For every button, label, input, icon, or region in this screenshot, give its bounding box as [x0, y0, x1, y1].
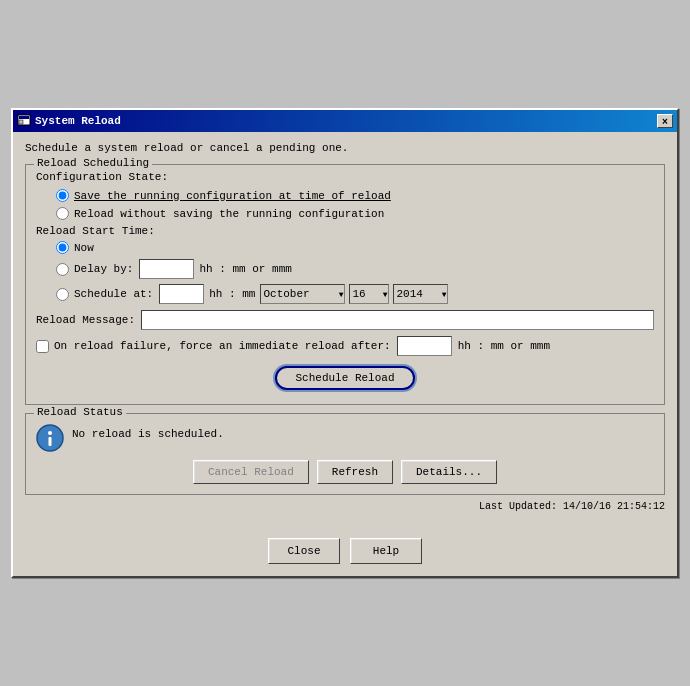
info-icon	[36, 424, 64, 452]
year-select-wrapper: 2014	[393, 284, 448, 304]
title-bar: System Reload ×	[13, 110, 677, 132]
close-button-bottom[interactable]: Close	[268, 538, 340, 564]
config-state-label: Configuration State:	[36, 171, 168, 183]
schedule-time-input[interactable]	[159, 284, 204, 304]
day-select-wrapper: 16	[349, 284, 389, 304]
reload-message-row: Reload Message:	[36, 310, 654, 330]
help-button[interactable]: Help	[350, 538, 422, 564]
status-text: No reload is scheduled.	[72, 424, 224, 440]
radio-now[interactable]	[56, 241, 69, 254]
subtitle-text: Schedule a system reload or cancel a pen…	[25, 142, 665, 154]
close-button[interactable]: ×	[657, 114, 673, 128]
cancel-reload-button[interactable]: Cancel Reload	[193, 460, 309, 484]
status-buttons: Cancel Reload Refresh Details...	[36, 460, 654, 484]
reload-status-group: Reload Status No reload is scheduled. Ca…	[25, 413, 665, 495]
svg-rect-2	[19, 120, 23, 124]
title-bar-left: System Reload	[17, 114, 121, 128]
reload-scheduling-group: Reload Scheduling Configuration State: S…	[25, 164, 665, 405]
delay-input[interactable]	[139, 259, 194, 279]
month-select[interactable]: October JanuaryFebruaryMarch AprilMayJun…	[260, 284, 345, 304]
details-button[interactable]: Details...	[401, 460, 497, 484]
radio-nosave-row: Reload without saving the running config…	[56, 207, 654, 220]
radio-delay-label: Delay by:	[74, 263, 133, 275]
reload-message-input[interactable]	[141, 310, 654, 330]
radio-save-row: Save the running configuration at time o…	[56, 189, 654, 202]
window-content: Schedule a system reload or cancel a pen…	[13, 132, 677, 528]
failure-label: On reload failure, force an immediate re…	[54, 340, 391, 352]
radio-delay[interactable]	[56, 263, 69, 276]
status-content: No reload is scheduled.	[36, 420, 654, 452]
reload-message-label: Reload Message:	[36, 314, 135, 326]
config-state-row: Configuration State:	[36, 171, 654, 183]
last-updated: Last Updated: 14/10/16 21:54:12	[25, 501, 665, 512]
failure-row: On reload failure, force an immediate re…	[36, 336, 654, 356]
failure-time-input[interactable]	[397, 336, 452, 356]
radio-now-row: Now	[56, 241, 654, 254]
schedule-btn-row: Schedule Reload	[36, 366, 654, 390]
svg-rect-5	[49, 437, 52, 446]
year-select[interactable]: 2014	[393, 284, 448, 304]
radio-schedule-label: Schedule at:	[74, 288, 153, 300]
schedule-reload-button[interactable]: Schedule Reload	[275, 366, 414, 390]
reload-scheduling-label: Reload Scheduling	[34, 157, 152, 169]
window-icon	[17, 114, 31, 128]
radio-nosave-label: Reload without saving the running config…	[74, 208, 384, 220]
refresh-button[interactable]: Refresh	[317, 460, 393, 484]
reload-status-label: Reload Status	[34, 406, 126, 418]
radio-save[interactable]	[56, 189, 69, 202]
month-select-wrapper: October JanuaryFebruaryMarch AprilMayJun…	[260, 284, 345, 304]
system-reload-window: System Reload × Schedule a system reload…	[11, 108, 679, 578]
radio-schedule-row: Schedule at: hh : mm October JanuaryFebr…	[56, 284, 654, 304]
radio-nosave[interactable]	[56, 207, 69, 220]
radio-delay-row: Delay by: hh : mm or mmm	[56, 259, 654, 279]
radio-now-label: Now	[74, 242, 94, 254]
delay-hint: hh : mm or mmm	[199, 263, 291, 275]
svg-point-4	[48, 431, 52, 435]
schedule-hint: hh : mm	[209, 288, 255, 300]
day-select[interactable]: 16	[349, 284, 389, 304]
window-title: System Reload	[35, 115, 121, 127]
svg-rect-1	[19, 116, 29, 119]
failure-hint: hh : mm or mmm	[458, 340, 550, 352]
failure-checkbox[interactable]	[36, 340, 49, 353]
radio-save-label: Save the running configuration at time o…	[74, 190, 391, 202]
reload-start-time-label: Reload Start Time:	[36, 225, 654, 237]
radio-schedule-at[interactable]	[56, 288, 69, 301]
bottom-buttons: Close Help	[13, 528, 677, 576]
